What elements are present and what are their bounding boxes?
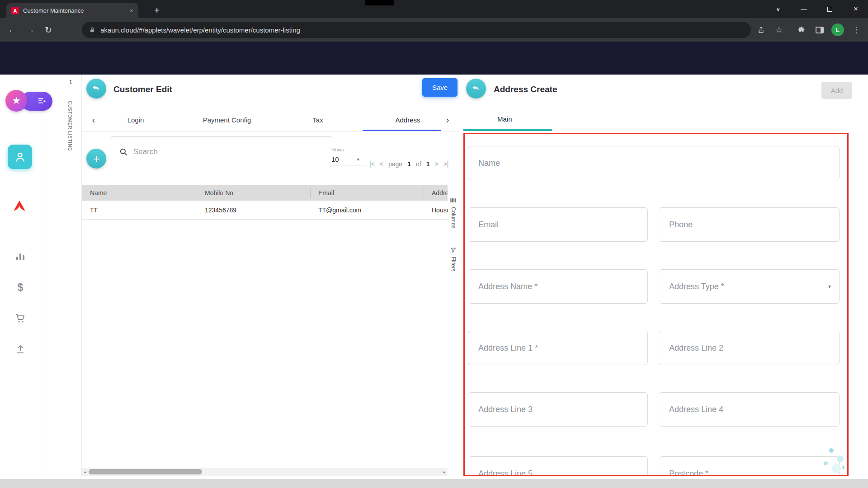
filters-funnel-icon[interactable] bbox=[450, 247, 457, 255]
tab-login[interactable]: Login bbox=[127, 108, 144, 131]
pager-prev-icon[interactable]: < bbox=[380, 160, 383, 168]
address-line3-field bbox=[468, 392, 648, 427]
address-line4-input[interactable] bbox=[669, 405, 829, 414]
pager-page-label: page bbox=[388, 160, 402, 168]
pager-first-icon[interactable]: |< bbox=[369, 160, 375, 168]
sidebar-item-customer-active[interactable] bbox=[8, 145, 32, 169]
filters-tool-label[interactable]: Filters bbox=[450, 257, 457, 272]
table-side-tools: Columns Filters bbox=[448, 185, 459, 375]
tab-tax[interactable]: Tax bbox=[312, 108, 323, 131]
window-close-button[interactable]: × bbox=[845, 2, 867, 16]
pager-last-icon[interactable]: >| bbox=[443, 160, 449, 168]
window-maximize-button[interactable] bbox=[819, 2, 840, 16]
table-header: Name Mobile No Email Address bbox=[82, 185, 448, 201]
pager-next-icon[interactable]: > bbox=[434, 160, 438, 168]
applet-rail: 1 CUSTOMER LISTING bbox=[42, 75, 82, 478]
forward-icon[interactable]: → bbox=[23, 18, 38, 42]
columns-tool-label[interactable]: Columns bbox=[450, 207, 457, 228]
reload-icon[interactable]: ↻ bbox=[41, 18, 56, 42]
window-minimize-button[interactable]: — bbox=[793, 2, 815, 16]
playlist-menu-icon bbox=[37, 96, 47, 106]
upload-icon[interactable] bbox=[14, 343, 27, 356]
back-icon[interactable]: ← bbox=[5, 18, 20, 42]
address-back-button[interactable] bbox=[466, 79, 486, 99]
address-line5-input[interactable] bbox=[478, 469, 637, 477]
browser-profile-avatar[interactable]: L bbox=[831, 23, 844, 36]
customer-edit-panel: Customer Edit Save ‹ Login Payment Confi… bbox=[82, 75, 459, 478]
save-button[interactable]: Save bbox=[422, 78, 458, 97]
address-line2-input[interactable] bbox=[669, 343, 829, 353]
new-tab-button[interactable]: + bbox=[150, 4, 164, 17]
address-name-input[interactable] bbox=[478, 282, 637, 291]
table-row[interactable]: TT 123456789 TT@gmail.com House bbox=[82, 201, 448, 220]
columns-icon[interactable] bbox=[450, 197, 457, 206]
column-header-mobile[interactable]: Mobile No bbox=[197, 185, 310, 201]
pdf-acrobat-icon[interactable] bbox=[13, 199, 26, 214]
applet-index: 1 bbox=[69, 79, 72, 85]
side-panel-icon[interactable] bbox=[813, 23, 826, 36]
tab-close-icon[interactable]: × bbox=[130, 7, 133, 14]
back-button[interactable] bbox=[86, 79, 106, 99]
url-text: akaun.cloud/#/applets/wavelet/erp/entity… bbox=[100, 26, 300, 34]
scroll-left-icon[interactable]: ◂ bbox=[82, 468, 88, 476]
tab-payment-config[interactable]: Payment Config bbox=[203, 108, 251, 131]
rows-per-page[interactable]: Rows 10 ▾ bbox=[331, 147, 370, 165]
name-input[interactable] bbox=[478, 159, 829, 168]
address-bar[interactable]: akaun.cloud/#/applets/wavelet/erp/entity… bbox=[82, 22, 751, 38]
rows-label: Rows bbox=[331, 147, 370, 152]
email-input[interactable] bbox=[478, 220, 637, 230]
pager-of-label: of bbox=[416, 160, 421, 168]
add-button-disabled[interactable]: Add bbox=[821, 82, 852, 99]
pager-total: 1 bbox=[426, 160, 430, 168]
address-line3-input[interactable] bbox=[478, 405, 637, 414]
cart-icon[interactable] bbox=[14, 312, 27, 324]
browser-tab[interactable]: A Customer Maintenance × bbox=[6, 3, 138, 18]
browser-menu-kebab-icon[interactable]: ⋮ bbox=[850, 23, 863, 36]
angular-favicon-icon: A bbox=[11, 7, 19, 14]
applet-star-badge-icon[interactable]: ★ bbox=[5, 90, 27, 112]
phone-field bbox=[659, 207, 840, 242]
scroll-right-icon[interactable]: ▸ bbox=[441, 468, 448, 476]
analytics-icon[interactable] bbox=[14, 250, 27, 263]
back-arrow-icon bbox=[92, 84, 101, 93]
search-box bbox=[111, 136, 332, 167]
add-record-button[interactable]: + bbox=[86, 149, 106, 169]
tab-main-active[interactable]: Main bbox=[497, 115, 512, 123]
maximize-icon bbox=[827, 7, 832, 12]
tabs-scroll-left-icon[interactable]: ‹ bbox=[85, 108, 102, 131]
extensions-puzzle-icon[interactable] bbox=[795, 23, 807, 36]
person-icon bbox=[14, 151, 26, 163]
address-line5-field-clipped bbox=[468, 456, 648, 476]
address-create-panel: Address Create Add Main ▾ bbox=[459, 75, 868, 478]
column-header-address[interactable]: Address bbox=[424, 185, 448, 201]
share-icon[interactable] bbox=[755, 23, 767, 36]
address-type-select[interactable] bbox=[669, 282, 829, 291]
active-tab-underline bbox=[363, 130, 441, 131]
cell-name: TT bbox=[82, 201, 197, 219]
finance-dollar-icon[interactable]: $ bbox=[14, 281, 27, 294]
address-type-field: ▾ bbox=[659, 269, 840, 304]
panel-title: Address Create bbox=[494, 84, 557, 94]
decor-bubble bbox=[824, 461, 828, 465]
bookmark-star-icon[interactable]: ☆ bbox=[773, 23, 785, 36]
email-field bbox=[468, 207, 648, 242]
address-line1-input[interactable] bbox=[478, 343, 637, 353]
pagination: |< < page 1 of 1 > >| bbox=[369, 159, 448, 169]
scrollbar-thumb[interactable] bbox=[89, 469, 202, 474]
tabs-scroll-right-icon[interactable]: › bbox=[439, 108, 456, 131]
address-line2-field bbox=[659, 331, 840, 365]
bottom-strip bbox=[0, 479, 868, 488]
tab-search-chevron-icon[interactable]: ∨ bbox=[767, 2, 789, 16]
phone-input[interactable] bbox=[669, 220, 829, 230]
search-input[interactable] bbox=[133, 147, 324, 156]
dropdown-caret-icon[interactable]: ▾ bbox=[828, 283, 831, 290]
horizontal-scrollbar[interactable]: ◂ ▸ bbox=[82, 468, 448, 476]
chat-widget-chevron-icon[interactable]: › bbox=[842, 462, 844, 472]
column-header-name[interactable]: Name bbox=[82, 185, 197, 201]
address-line4-field bbox=[659, 392, 840, 427]
top-black-artifact bbox=[365, 0, 394, 5]
tab-address-active[interactable]: Address bbox=[395, 108, 420, 131]
postcode-input[interactable] bbox=[669, 469, 829, 477]
applet-rail-label[interactable]: CUSTOMER LISTING bbox=[67, 101, 72, 151]
column-header-email[interactable]: Email bbox=[310, 185, 424, 201]
